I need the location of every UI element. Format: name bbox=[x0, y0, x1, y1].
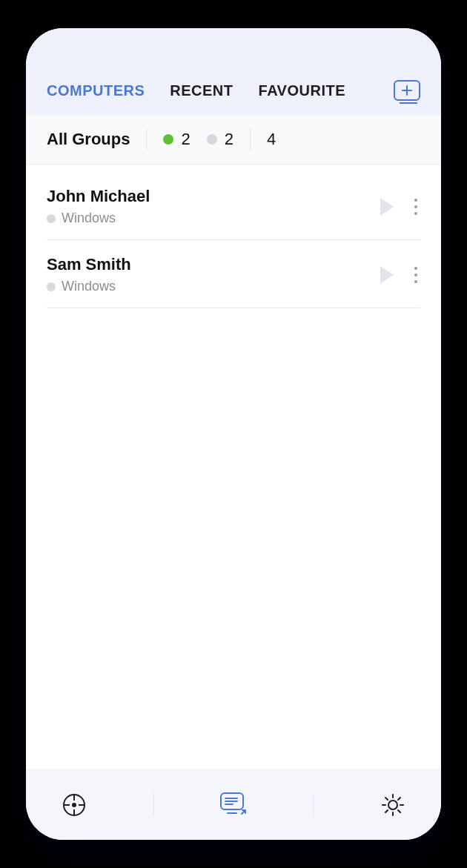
bottom-nav bbox=[26, 769, 441, 840]
gear-icon bbox=[380, 792, 405, 818]
computer-name: John Michael bbox=[47, 187, 380, 206]
connect-button[interactable] bbox=[380, 198, 394, 216]
add-computer-button[interactable] bbox=[394, 80, 420, 101]
group-filter-bar: All Groups 2 2 4 bbox=[26, 114, 441, 165]
divider bbox=[250, 128, 251, 150]
computer-list-icon bbox=[219, 791, 248, 819]
svg-point-1 bbox=[72, 803, 76, 807]
connect-button[interactable] bbox=[380, 266, 394, 284]
list-item[interactable]: John Michael Windows bbox=[47, 172, 420, 240]
total-count[interactable]: 4 bbox=[267, 130, 276, 149]
tab-bar: COMPUTERS RECENT FAVOURITE bbox=[26, 80, 441, 114]
divider bbox=[146, 128, 147, 150]
divider bbox=[313, 794, 314, 816]
nav-computers[interactable] bbox=[217, 789, 250, 821]
computer-info: John Michael Windows bbox=[47, 187, 380, 226]
crosshair-icon bbox=[62, 792, 87, 818]
divider bbox=[153, 794, 154, 816]
total-count-value: 4 bbox=[267, 130, 276, 149]
list-item[interactable]: Sam Smith Windows bbox=[47, 240, 420, 308]
status-dot-icon bbox=[47, 282, 56, 291]
tab-favourite[interactable]: FAVOURITE bbox=[259, 82, 345, 99]
plus-icon bbox=[402, 85, 412, 96]
os-label: Windows bbox=[62, 211, 116, 226]
tab-computers[interactable]: COMPUTERS bbox=[47, 82, 145, 99]
nav-settings[interactable] bbox=[377, 789, 409, 821]
online-count[interactable]: 2 bbox=[163, 130, 190, 149]
header: COMPUTERS RECENT FAVOURITE bbox=[26, 28, 441, 114]
status-dot-icon bbox=[47, 214, 56, 223]
offline-count-value: 2 bbox=[225, 130, 234, 149]
computer-info: Sam Smith Windows bbox=[47, 255, 380, 294]
group-selector[interactable]: All Groups bbox=[47, 130, 130, 149]
more-options-button[interactable] bbox=[411, 264, 420, 286]
more-options-button[interactable] bbox=[411, 196, 420, 218]
svg-point-3 bbox=[388, 801, 397, 809]
offline-count[interactable]: 2 bbox=[207, 130, 234, 149]
online-count-value: 2 bbox=[181, 130, 190, 149]
computer-name: Sam Smith bbox=[47, 255, 380, 274]
online-status-icon bbox=[163, 134, 173, 145]
os-label: Windows bbox=[62, 279, 116, 294]
computer-list: John Michael Windows Sam Smith Windows bbox=[26, 165, 441, 769]
nav-remote-control[interactable] bbox=[58, 789, 90, 821]
phone-frame: COMPUTERS RECENT FAVOURITE All Groups 2 … bbox=[26, 28, 441, 840]
computer-os: Windows bbox=[47, 211, 116, 226]
offline-status-icon bbox=[207, 134, 217, 145]
tab-recent[interactable]: RECENT bbox=[170, 82, 233, 99]
computer-os: Windows bbox=[47, 279, 116, 294]
